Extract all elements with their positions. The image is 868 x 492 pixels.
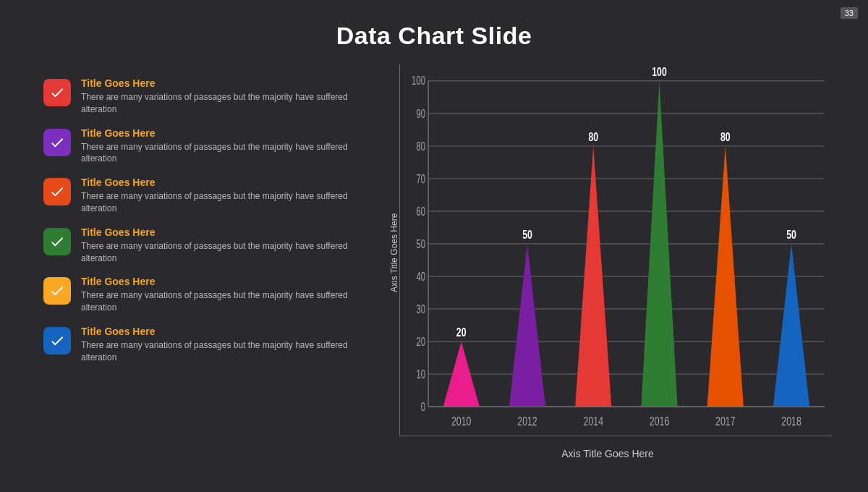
svg-text:0: 0 — [421, 401, 426, 413]
chart-panel: Axis Title Goes Here 0102030405060708090… — [383, 64, 832, 462]
legend-item-title: Title Goes Here — [81, 177, 362, 188]
legend-item-desc: There are many variations of passages bu… — [81, 190, 362, 215]
legend-text: Title Goes HereThere are many variations… — [81, 326, 362, 364]
chart-inner: 0102030405060708090100202010502012802014… — [399, 64, 832, 441]
chart-grid: 0102030405060708090100202010502012802014… — [399, 64, 832, 436]
x-axis-tick-label: 2016 — [650, 415, 669, 428]
x-axis-tick-label: 2010 — [451, 415, 471, 428]
bar-value-label: 50 — [786, 228, 796, 241]
bar-value-label: 20 — [456, 326, 467, 339]
legend-text: Title Goes HereThere are many variations… — [81, 226, 362, 265]
x-axis-labels — [399, 436, 832, 441]
x-axis-tick-label: 2018 — [781, 415, 801, 428]
svg-text:90: 90 — [416, 108, 425, 120]
legend-item-title: Title Goes Here — [81, 326, 362, 337]
svg-text:10: 10 — [416, 368, 425, 381]
svg-text:60: 60 — [416, 205, 425, 218]
legend-icon — [43, 277, 71, 305]
legend-item: Title Goes HereThere are many variations… — [43, 122, 362, 171]
svg-text:100: 100 — [412, 75, 425, 88]
legend-item-title: Title Goes Here — [81, 226, 362, 238]
slide-title: Data Chart Slide — [0, 0, 868, 50]
x-axis-tick-label: 2014 — [584, 415, 603, 428]
legend-text: Title Goes HereThere are many variations… — [81, 127, 362, 166]
content-area: Title Goes HereThere are many variations… — [0, 50, 868, 477]
legend-item-desc: There are many variations of passages bu… — [81, 141, 362, 166]
svg-text:40: 40 — [416, 271, 425, 283]
svg-text:70: 70 — [416, 173, 425, 185]
page-number: 33 — [841, 7, 858, 19]
svg-text:50: 50 — [416, 238, 425, 250]
svg-text:30: 30 — [416, 303, 425, 315]
chart-svg: 0102030405060708090100202010502012802014… — [400, 64, 832, 436]
legend-icon — [43, 79, 71, 106]
legend-item-title: Title Goes Here — [81, 127, 362, 139]
legend-item: Title Goes HereThere are many variations… — [43, 320, 362, 370]
legend-item: Title Goes HereThere are many variations… — [43, 221, 362, 271]
x-axis-tick-label: 2012 — [517, 415, 537, 428]
bar-value-label: 50 — [522, 228, 532, 241]
legend-icon — [43, 327, 71, 355]
legend-text: Title Goes HereThere are many variations… — [81, 77, 362, 116]
legend-item-desc: There are many variations of passages bu… — [81, 91, 362, 116]
legend-panel: Title Goes HereThere are many variations… — [43, 64, 362, 462]
legend-item: Title Goes HereThere are many variations… — [43, 270, 362, 320]
bar-value-label: 80 — [588, 130, 598, 143]
legend-icon — [43, 178, 71, 205]
bar-triangle — [773, 244, 809, 407]
legend-text: Title Goes HereThere are many variations… — [81, 276, 362, 314]
chart-container: Axis Title Goes Here 0102030405060708090… — [383, 64, 832, 441]
y-axis-label: Axis Title Goes Here — [383, 64, 399, 441]
legend-item: Title Goes HereThere are many variations… — [43, 72, 362, 122]
legend-item-title: Title Goes Here — [81, 77, 362, 89]
legend-text: Title Goes HereThere are many variations… — [81, 177, 362, 215]
legend-item-title: Title Goes Here — [81, 276, 362, 287]
bar-value-label: 100 — [652, 65, 667, 78]
svg-text:20: 20 — [416, 336, 425, 348]
legend-item: Title Goes HereThere are many variations… — [43, 171, 362, 221]
x-axis-tick-label: 2017 — [715, 415, 735, 428]
legend-icon — [43, 129, 71, 156]
legend-icon — [43, 228, 71, 255]
legend-item-desc: There are many variations of passages bu… — [81, 339, 362, 364]
x-axis-title: Axis Title Goes Here — [383, 441, 832, 462]
legend-item-desc: There are many variations of passages bu… — [81, 240, 362, 265]
legend-item-desc: There are many variations of passages bu… — [81, 289, 362, 314]
bar-value-label: 80 — [720, 130, 731, 143]
bar-triangle — [509, 244, 545, 407]
svg-text:80: 80 — [416, 140, 425, 153]
